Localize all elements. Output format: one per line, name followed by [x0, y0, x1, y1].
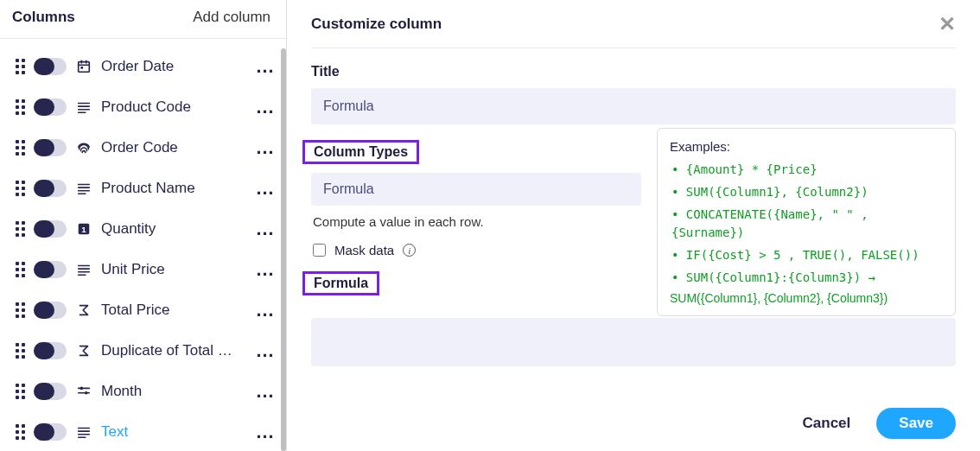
visibility-toggle[interactable]	[34, 261, 67, 278]
lines-icon	[75, 423, 92, 441]
column-label[interactable]: Month	[101, 383, 247, 400]
drag-handle-icon[interactable]	[16, 140, 25, 156]
title-input[interactable]	[311, 88, 956, 124]
column-row: Unit Price…	[0, 249, 286, 289]
customize-title: Customize column	[311, 16, 442, 33]
visibility-toggle[interactable]	[34, 220, 67, 238]
column-menu-button[interactable]: …	[256, 177, 275, 200]
drag-handle-icon[interactable]	[16, 424, 25, 440]
info-icon[interactable]: i	[403, 244, 416, 257]
column-row: Month…	[0, 371, 286, 411]
column-row: Order Code…	[0, 127, 286, 168]
lines-icon	[75, 261, 92, 278]
column-label[interactable]: Duplicate of Total …	[101, 342, 247, 359]
svg-point-21	[80, 386, 84, 390]
column-label[interactable]: Product Name	[101, 180, 247, 197]
examples-box: Examples: {Amount} * {Price}SUM({Column1…	[657, 128, 956, 316]
column-label[interactable]: Quantity	[101, 220, 247, 238]
visibility-toggle[interactable]	[34, 139, 67, 156]
visibility-toggle[interactable]	[34, 58, 67, 75]
column-row: Total Price…	[0, 289, 286, 330]
column-menu-button[interactable]: …	[256, 137, 275, 159]
formula-input[interactable]	[311, 318, 956, 366]
sigma-icon	[75, 342, 92, 359]
column-menu-button[interactable]: …	[256, 96, 275, 118]
one-icon: 1	[75, 220, 92, 238]
scrollbar[interactable]	[281, 48, 286, 451]
mask-data-checkbox[interactable]	[313, 244, 326, 257]
mask-data-label: Mask data	[334, 243, 394, 257]
column-label[interactable]: Order Date	[101, 58, 247, 75]
drag-handle-icon[interactable]	[16, 384, 25, 399]
column-row: Text…	[0, 411, 286, 451]
footer-actions: Cancel Save	[311, 396, 956, 451]
column-row: 1Quantity…	[0, 208, 286, 249]
svg-rect-4	[80, 67, 83, 69]
customize-panel: Customize column ✕ Title Column Types Fo…	[287, 0, 980, 451]
column-label[interactable]: Order Code	[101, 139, 247, 156]
sigma-icon	[75, 302, 92, 319]
drag-handle-icon[interactable]	[16, 302, 25, 318]
column-label[interactable]: Total Price	[101, 302, 247, 319]
lines-icon	[75, 98, 92, 116]
example-item: SUM({Column1}:{Column3}) →	[671, 269, 943, 287]
example-item: SUM({Column1}, {Column2})	[671, 183, 943, 201]
title-section-label: Title	[311, 64, 956, 79]
calendar-icon	[75, 58, 92, 75]
column-type-description: Compute a value in each row.	[311, 206, 641, 238]
columns-list: Order Date…Product Code…Order Code…Produ…	[0, 39, 286, 451]
column-menu-button[interactable]: …	[256, 340, 275, 362]
column-type-select[interactable]: Formula	[311, 173, 641, 206]
add-column-button[interactable]: Add column	[193, 9, 270, 26]
svg-rect-0	[79, 61, 90, 72]
close-icon[interactable]: ✕	[939, 12, 956, 36]
column-row: Order Date…	[0, 46, 286, 86]
column-menu-button[interactable]: …	[256, 380, 275, 403]
lines-icon	[75, 180, 92, 197]
fingerprint-icon	[75, 139, 92, 156]
drag-handle-icon[interactable]	[16, 262, 25, 277]
column-label[interactable]: Product Code	[101, 98, 247, 116]
column-menu-button[interactable]: …	[256, 421, 275, 443]
column-label[interactable]: Unit Price	[101, 261, 247, 278]
column-types-label: Column Types	[302, 140, 419, 164]
example-item: {Amount} * {Price}	[671, 161, 943, 179]
drag-handle-icon[interactable]	[16, 343, 25, 359]
example-continuation: SUM({Column1}, {Column2}, {Column3})	[670, 291, 943, 305]
drag-handle-icon[interactable]	[16, 221, 25, 237]
visibility-toggle[interactable]	[34, 302, 67, 319]
svg-point-22	[85, 391, 88, 395]
visibility-toggle[interactable]	[34, 98, 67, 116]
drag-handle-icon[interactable]	[16, 99, 25, 115]
visibility-toggle[interactable]	[34, 180, 67, 197]
customize-header: Customize column ✕	[311, 0, 956, 48]
visibility-toggle[interactable]	[34, 342, 67, 359]
column-menu-button[interactable]: …	[256, 299, 275, 321]
cancel-button[interactable]: Cancel	[803, 415, 851, 432]
column-row: Product Name…	[0, 168, 286, 208]
save-button[interactable]: Save	[876, 408, 956, 439]
drag-handle-icon[interactable]	[16, 59, 25, 74]
example-item: IF({Cost} > 5 , TRUE(), FALSE())	[671, 246, 943, 264]
column-menu-button[interactable]: …	[256, 258, 275, 281]
column-row: Product Code…	[0, 86, 286, 127]
example-item: CONCATENATE({Name}, " " , {Surname})	[671, 206, 943, 242]
column-menu-button[interactable]: …	[256, 218, 275, 240]
equalizer-icon	[75, 383, 92, 400]
column-menu-button[interactable]: …	[256, 55, 275, 78]
column-label[interactable]: Text	[101, 423, 247, 441]
column-row: Duplicate of Total ……	[0, 330, 286, 371]
svg-text:1: 1	[81, 225, 86, 234]
visibility-toggle[interactable]	[34, 383, 67, 400]
examples-title: Examples:	[670, 139, 943, 154]
columns-title: Columns	[12, 9, 75, 26]
drag-handle-icon[interactable]	[16, 181, 25, 196]
visibility-toggle[interactable]	[34, 423, 67, 441]
examples-list: {Amount} * {Price}SUM({Column1}, {Column…	[670, 161, 943, 287]
columns-panel-header: Columns Add column	[0, 0, 286, 39]
columns-panel: Columns Add column Order Date…Product Co…	[0, 0, 287, 451]
formula-section-label: Formula	[302, 271, 379, 295]
